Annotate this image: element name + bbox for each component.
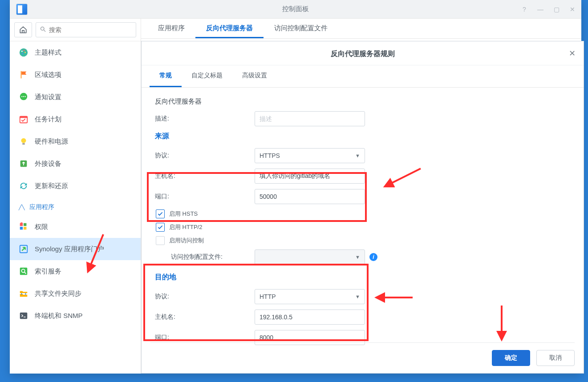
sidebar-item-label: 更新和还原 (35, 182, 68, 190)
dialog-close-icon[interactable]: ✕ (569, 48, 576, 58)
dialog-tab-general[interactable]: 常规 (150, 65, 182, 87)
sidebar-item-label: 通知设置 (35, 93, 61, 101)
search-input[interactable] (36, 22, 136, 37)
caret-down-icon: ▼ (355, 254, 360, 260)
flag-icon (19, 70, 28, 80)
svg-point-14 (21, 138, 26, 143)
home-button[interactable] (14, 22, 32, 37)
grid-lock-icon (19, 222, 28, 232)
content-tabs: 应用程序 反向代理服务器 访问控制配置文件 (141, 19, 581, 39)
sidebar-item-terminal-snmp[interactable]: 终端机和 SNMP (10, 305, 141, 327)
dest-port-field[interactable] (260, 334, 360, 341)
sidebar-item-label: 外接设备 (35, 160, 61, 168)
window-title: 控制面板 (10, 5, 581, 13)
dest-protocol-value: HTTP (260, 293, 276, 300)
upload-device-icon (19, 159, 28, 169)
svg-rect-15 (22, 143, 25, 145)
input-source-port[interactable] (255, 189, 365, 204)
nav-group-applications[interactable]: ╱╲ 应用程序 (10, 197, 141, 216)
svg-rect-7 (21, 71, 22, 79)
svg-point-3 (21, 51, 23, 52)
sidebar-item-privileges[interactable]: 权限 (10, 216, 141, 238)
caret-down-icon: ▼ (355, 294, 360, 299)
checkbox-hsts[interactable]: 启用 HSTS (155, 209, 570, 218)
select-dest-protocol[interactable]: HTTP ▼ (255, 289, 365, 304)
tab-access-control-profile[interactable]: 访问控制配置文件 (264, 19, 338, 38)
dialog-tab-advanced[interactable]: 高级设置 (232, 65, 277, 87)
svg-rect-20 (24, 227, 26, 229)
svg-point-0 (41, 27, 45, 31)
svg-line-1 (44, 30, 45, 32)
control-panel-window: 控制面板 ? — ▢ ✕ (10, 0, 581, 374)
source-protocol-value: HTTPS (260, 152, 280, 159)
sidebar-item-label: 区域选项 (35, 71, 61, 79)
checkbox-icon (156, 209, 165, 218)
label-source-port: 端口: (155, 193, 255, 201)
sidebar-item-label: 共享文件夹同步 (35, 290, 81, 298)
checkbox-access-control[interactable]: 启用访问控制 (155, 236, 570, 245)
minimize-icon[interactable]: — (536, 6, 545, 13)
info-icon[interactable]: i (369, 253, 377, 261)
svg-point-2 (20, 48, 28, 56)
svg-rect-27 (20, 313, 28, 319)
svg-rect-19 (20, 227, 23, 229)
close-icon[interactable]: ✕ (568, 6, 577, 13)
input-description[interactable] (255, 111, 365, 126)
sidebar-item-task-scheduler[interactable]: 任务计划 (10, 108, 141, 130)
sidebar-item-regional[interactable]: 区域选项 (10, 64, 141, 86)
section-dest-title: 目的地 (155, 273, 570, 282)
label-source-hostname: 主机名: (155, 172, 255, 180)
checkbox-label: 启用 HTTP/2 (169, 223, 202, 231)
svg-point-5 (24, 52, 26, 53)
content-area: 应用程序 反向代理服务器 访问控制配置文件 反向代理服务器规则 ✕ 常规 自定义… (141, 19, 581, 374)
sidebar-item-app-portal[interactable]: Synology 应用程序门户 (10, 238, 141, 260)
sidebar-item-update-restore[interactable]: 更新和还原 (10, 175, 141, 197)
tab-reverse-proxy[interactable]: 反向代理服务器 (195, 19, 264, 38)
sidebar-item-label: 终端机和 SNMP (35, 312, 83, 320)
label-dest-hostname: 主机名: (155, 313, 255, 321)
checkbox-http2[interactable]: 启用 HTTP/2 (155, 223, 570, 232)
sidebar-item-notification[interactable]: 通知设置 (10, 86, 141, 108)
magnifier-icon (40, 26, 46, 34)
svg-point-6 (22, 53, 23, 54)
sidebar-item-label: 权限 (35, 223, 48, 231)
index-search-icon (19, 266, 28, 276)
select-source-protocol[interactable]: HTTPS ▼ (255, 148, 365, 163)
checkbox-label: 启用访问控制 (169, 237, 204, 245)
sidebar-item-indexing[interactable]: 索引服务 (10, 260, 141, 282)
source-hostname-field[interactable] (260, 173, 360, 180)
help-icon[interactable]: ? (520, 6, 529, 13)
nav-list: 主题样式 区域选项 通知设置 (10, 41, 141, 374)
svg-rect-18 (24, 223, 26, 226)
shortcut-icon (19, 244, 28, 254)
sidebar-item-hardware-power[interactable]: 硬件和电源 (10, 130, 141, 153)
palette-icon (19, 48, 28, 57)
tab-applications[interactable]: 应用程序 (147, 19, 195, 38)
dialog-tab-custom-header[interactable]: 自定义标题 (182, 65, 232, 87)
source-port-field[interactable] (260, 193, 360, 200)
ok-button[interactable]: 确定 (492, 350, 530, 366)
sidebar-item-label: 索引服务 (35, 267, 61, 276)
input-source-hostname[interactable] (255, 169, 365, 184)
sidebar-item-external-devices[interactable]: 外接设备 (10, 153, 141, 175)
label-dest-protocol: 协议: (155, 293, 255, 301)
sidebar-item-shared-folder-sync[interactable]: 共享文件夹同步 (10, 282, 141, 305)
sidebar-item-theme[interactable]: 主题样式 (10, 41, 141, 64)
select-access-profile: ▼ (255, 249, 365, 265)
calendar-icon (19, 114, 28, 124)
description-field[interactable] (260, 115, 360, 122)
folder-sync-icon (19, 289, 28, 298)
sidebar-item-label: 主题样式 (35, 48, 61, 57)
sidebar-item-label: Synology 应用程序门户 (35, 245, 104, 253)
search-field[interactable] (49, 26, 132, 33)
dialog-title: 反向代理服务器规则 (331, 50, 395, 57)
dialog-footer: 确定 取消 (150, 342, 575, 366)
label-access-profile: 访问控制配置文件: (171, 253, 255, 261)
dest-hostname-field[interactable] (260, 314, 360, 321)
label-dest-port: 端口: (155, 334, 255, 342)
sidebar-item-label: 任务计划 (35, 115, 61, 124)
svg-point-9 (21, 96, 22, 97)
cancel-button[interactable]: 取消 (536, 350, 575, 366)
maximize-icon[interactable]: ▢ (552, 6, 561, 13)
input-dest-hostname[interactable] (255, 310, 365, 325)
